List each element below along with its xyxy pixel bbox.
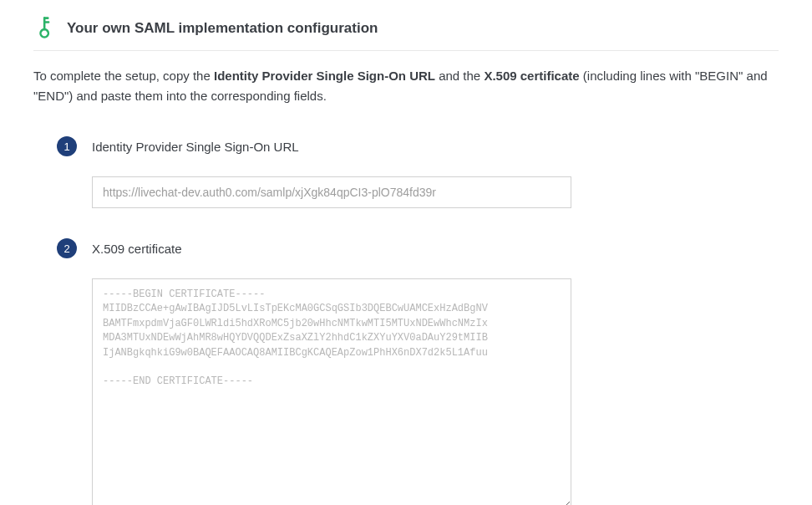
sso-url-input[interactable] — [92, 176, 571, 208]
step-cert: 2 X.509 certificate — [57, 238, 779, 505]
instr-bold1: Identity Provider Single Sign-On URL — [214, 69, 435, 83]
instr-part2: and the — [435, 69, 484, 83]
sso-url-field-wrap — [92, 176, 571, 208]
key-icon — [28, 12, 62, 45]
instr-part1: To complete the setup, copy the — [33, 69, 214, 83]
instructions-text: To complete the setup, copy the Identity… — [33, 66, 779, 106]
step-badge-1: 1 — [57, 136, 77, 156]
cert-textarea[interactable] — [92, 278, 571, 505]
svg-line-1 — [38, 18, 50, 30]
step-cert-header: 2 X.509 certificate — [57, 238, 779, 258]
step-badge-2: 2 — [57, 238, 77, 258]
step-sso-label: Identity Provider Single Sign-On URL — [92, 140, 299, 154]
step-sso: 1 Identity Provider Single Sign-On URL — [57, 136, 779, 208]
cert-field-wrap — [92, 278, 571, 505]
step-sso-header: 1 Identity Provider Single Sign-On URL — [57, 136, 779, 156]
instr-bold2: X.509 certificate — [484, 69, 579, 83]
page-title: Your own SAML implementation configurati… — [67, 20, 378, 37]
step-cert-label: X.509 certificate — [92, 242, 182, 256]
page-header: Your own SAML implementation configurati… — [33, 17, 779, 51]
